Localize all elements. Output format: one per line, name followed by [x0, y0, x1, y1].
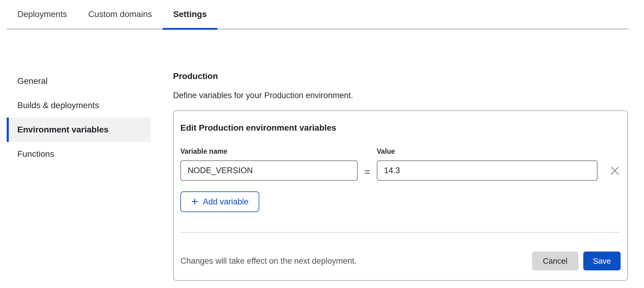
sidebar-item-general[interactable]: General [7, 69, 151, 93]
settings-sidebar: General Builds & deployments Environment… [7, 69, 151, 281]
footer-buttons: Cancel Save [532, 252, 621, 270]
settings-body: General Builds & deployments Environment… [0, 69, 644, 281]
close-icon [610, 166, 620, 176]
card-footer: Changes will take effect on the next dep… [180, 252, 621, 270]
pages-settings-page: Deployments Custom domains Settings Gene… [0, 0, 644, 288]
add-variable-label: Add variable [203, 197, 248, 207]
variable-row: Variable name = Value [180, 147, 621, 181]
cancel-button[interactable]: Cancel [532, 252, 578, 270]
card-title: Edit Production environment variables [180, 123, 621, 133]
add-variable-button[interactable]: + Add variable [180, 191, 259, 212]
sidebar-item-functions[interactable]: Functions [7, 142, 151, 166]
tab-custom-domains[interactable]: Custom domains [77, 0, 162, 29]
remove-variable-button[interactable] [609, 165, 621, 177]
top-tab-bar: Deployments Custom domains Settings [7, 0, 629, 29]
variable-name-field-group: Variable name [180, 147, 358, 181]
section-title: Production [173, 71, 628, 81]
tab-deployments[interactable]: Deployments [7, 0, 77, 29]
variable-value-label: Value [377, 147, 598, 156]
tab-settings[interactable]: Settings [163, 0, 217, 29]
sidebar-item-builds-deployments[interactable]: Builds & deployments [7, 93, 151, 118]
section-description: Define variables for your Production env… [173, 91, 628, 100]
save-button[interactable]: Save [583, 252, 621, 270]
environment-variables-section: Production Define variables for your Pro… [173, 69, 628, 281]
variable-name-label: Variable name [180, 147, 358, 156]
edit-variables-card: Edit Production environment variables Va… [173, 110, 628, 281]
deployment-note: Changes will take effect on the next dep… [180, 256, 356, 266]
variable-value-input[interactable] [377, 160, 598, 181]
equals-sign: = [364, 167, 370, 177]
card-divider [180, 232, 621, 233]
variable-value-field-group: Value [377, 147, 598, 181]
sidebar-item-environment-variables[interactable]: Environment variables [7, 118, 151, 142]
variable-name-input[interactable] [180, 160, 358, 181]
